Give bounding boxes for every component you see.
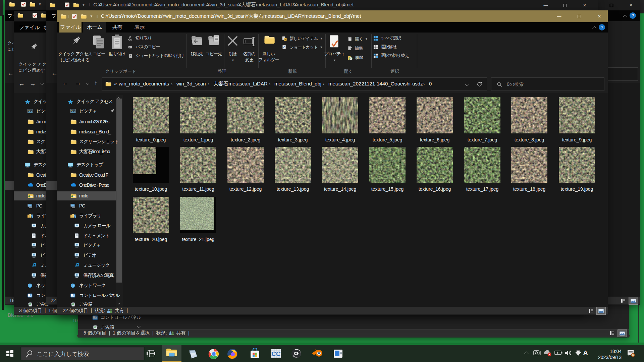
svg-text:8: 8 bbox=[632, 354, 634, 357]
svg-text:CC: CC bbox=[271, 350, 281, 357]
